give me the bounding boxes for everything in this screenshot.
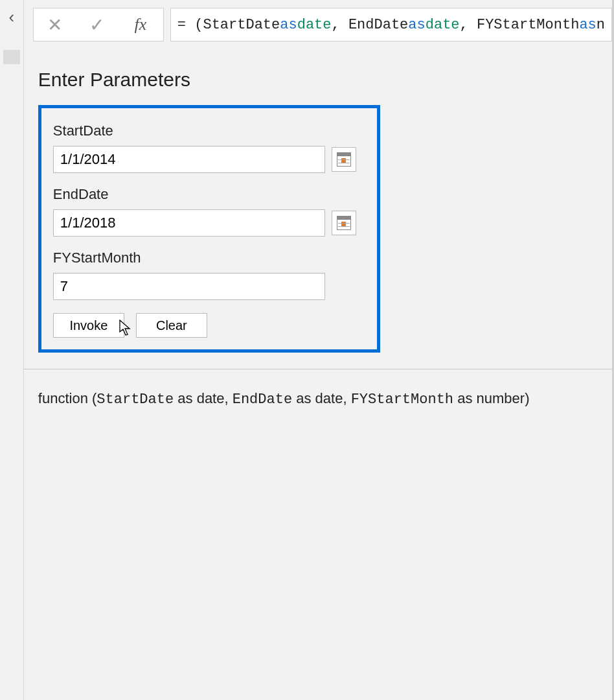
- main-area: ✕ ✓ fx = (StartDate as date, EndDate as …: [24, 0, 614, 700]
- sig-fn: function: [38, 390, 88, 406]
- fystartmonth-label: FYStartMonth: [53, 250, 365, 266]
- sig-p3: FYStartMonth: [351, 391, 453, 408]
- startdate-label: StartDate: [53, 122, 365, 139]
- formula-bar: ✕ ✓ fx = (StartDate as date, EndDate as …: [24, 0, 612, 49]
- left-panel: ‹: [0, 0, 24, 700]
- page-title: Enter Parameters: [38, 69, 612, 91]
- fystartmonth-input[interactable]: [53, 273, 325, 300]
- sig-p1t: as date,: [174, 390, 233, 406]
- formula-input[interactable]: = (StartDate as date, EndDate as date, F…: [170, 8, 612, 41]
- startdate-datepicker-button[interactable]: [332, 147, 356, 172]
- function-signature: function (StartDate as date, EndDate as …: [38, 390, 612, 408]
- invoke-button[interactable]: Invoke: [53, 313, 124, 338]
- startdate-input[interactable]: [53, 146, 325, 173]
- formula-bar-buttons: ✕ ✓ fx: [33, 8, 164, 41]
- enddate-input[interactable]: [53, 209, 325, 237]
- panel-tab[interactable]: [3, 50, 20, 64]
- calendar-icon: [337, 152, 351, 167]
- enddate-datepicker-button[interactable]: [332, 211, 356, 235]
- sig-p3t: as number): [453, 390, 529, 406]
- parameters-panel: StartDate EndDate: [38, 105, 380, 353]
- calendar-icon: [337, 216, 351, 230]
- sig-p2: EndDate: [233, 391, 292, 408]
- formula-confirm-icon[interactable]: ✓: [76, 8, 118, 41]
- enddate-label: EndDate: [53, 186, 365, 203]
- sig-p1: StartDate: [97, 391, 174, 408]
- formula-fx-icon[interactable]: fx: [118, 8, 163, 41]
- collapse-panel-chevron-icon[interactable]: ‹: [5, 10, 19, 24]
- sig-p2t: as date,: [292, 390, 351, 406]
- separator: [24, 369, 612, 369]
- formula-cancel-icon[interactable]: ✕: [34, 8, 76, 41]
- clear-button[interactable]: Clear: [136, 313, 207, 338]
